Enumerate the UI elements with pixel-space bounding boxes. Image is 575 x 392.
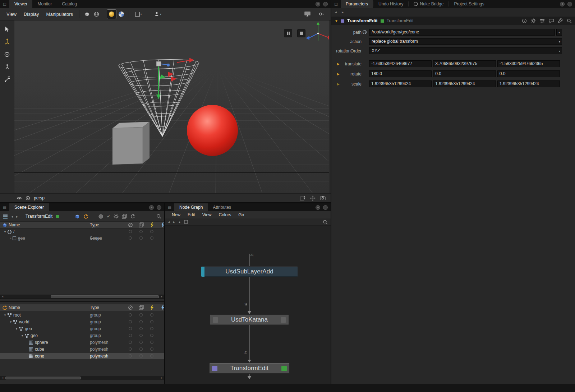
edit-flag-icon[interactable] [201,267,204,277]
node-usdtokatana[interactable]: UsdToKatana [210,314,289,325]
back-icon[interactable]: ◂ [168,220,170,224]
expander-icon[interactable]: ▾ [20,334,24,337]
translate-tool-button[interactable] [1,36,13,47]
translate-y-input[interactable]: 3.7068650932397675 [433,60,496,67]
tab-viewer[interactable]: Viewer [9,0,32,8]
wrench-icon[interactable] [558,18,563,23]
scrollbar-thumb[interactable] [51,295,159,298]
proxy-column-icon[interactable] [160,305,164,310]
tree-row-geo-2[interactable]: ▾ geo group [0,332,164,339]
tree-row-world[interactable]: ▾ world group [0,319,164,325]
sliders-icon[interactable] [540,18,545,23]
column-type[interactable]: Type [90,305,99,310]
tab-node-graph[interactable]: Node Graph [174,203,208,211]
menu-colors[interactable]: Colors [216,212,235,217]
menu-display[interactable]: Display [20,11,43,17]
comment-icon[interactable] [549,19,554,23]
rotate-tool-button[interactable] [1,49,13,60]
collapse-icon[interactable]: ▼ [335,19,338,23]
visibility-column-icon[interactable] [128,305,133,310]
instances-column-icon[interactable] [139,305,144,310]
live-update-icon[interactable] [83,214,88,219]
instances-column-icon[interactable] [139,222,144,227]
up-icon[interactable]: ▴ [179,220,180,224]
pane-menu-icon[interactable]: ▤ [331,0,341,8]
viewport-3d[interactable] [14,20,329,193]
pane-close-button[interactable] [323,205,328,210]
tree-row-sphere[interactable]: sphere polymesh [0,339,164,346]
rotation-order-dropdown[interactable]: XYZ ▾ [369,47,562,54]
horizontal-scrollbar[interactable]: ◂ ▸ [0,376,164,380]
scale-x-input[interactable]: 1.923965351299424 [369,80,432,87]
translate-z-input[interactable]: -1.5833025947662365 [497,60,560,67]
pane-close-button[interactable] [567,2,572,6]
search-icon[interactable] [567,18,572,23]
column-name[interactable]: Name [9,305,20,310]
scroll-right-icon[interactable]: ▸ [160,376,164,380]
scrollbar-thumb[interactable] [5,377,81,379]
scale-tool-button[interactable] [1,74,13,85]
tab-catalog[interactable]: Catalog [57,0,82,8]
refresh-icon[interactable] [130,214,135,219]
blue-cube-icon[interactable] [2,222,7,228]
tree-row-root[interactable]: ▾ root group [0,312,164,318]
layers-icon[interactable] [3,214,8,219]
gear-icon[interactable] [531,18,536,23]
expander-icon[interactable]: ▾ [3,230,7,234]
gear-icon[interactable] [114,214,119,219]
scroll-left-icon[interactable]: ◂ [0,295,5,299]
column-type[interactable]: Type [90,222,99,227]
forward-icon[interactable]: ▸ [342,10,344,14]
sphere-mesh[interactable] [187,105,238,156]
back-icon[interactable]: ◂ [11,215,13,218]
viewed-node-label[interactable]: TransformEdit [26,214,52,219]
tab-monitor[interactable]: Monitor [32,0,57,8]
visibility-column-icon[interactable] [128,222,133,227]
column-name[interactable]: Name [9,222,20,227]
display-output-button[interactable] [303,9,312,19]
flash-render-icon[interactable] [300,196,306,200]
info-icon[interactable] [522,18,527,23]
menu-view[interactable]: View [199,212,215,217]
tree-row-geo[interactable]: ▾ geo group [0,326,164,332]
scale-z-input[interactable]: 1.923965351299424 [497,80,560,87]
material-mode-button[interactable] [116,9,126,19]
menu-new[interactable]: New [169,212,184,217]
tab-nuke-bridge[interactable]: Nuke Bridge [409,0,448,8]
forward-icon[interactable]: ▸ [16,215,18,218]
menu-view[interactable]: View [3,11,20,17]
liveness-column-icon[interactable] [150,305,154,310]
node-graph-canvas[interactable]: in in in UsdSubLayerAdd UsdToKatana Tran… [165,226,331,384]
pane-close-button[interactable] [157,205,161,210]
pane-float-button[interactable] [560,2,565,6]
tab-parameters[interactable]: Parameters [341,0,373,8]
rotate-x-input[interactable]: 180.0 [369,70,432,77]
expander-icon[interactable]: ▾ [3,313,7,317]
tree-row-root-slash[interactable]: ▾ / [0,229,164,235]
pane-float-button[interactable] [316,2,320,6]
pane-float-button[interactable] [149,205,154,210]
camera-name-label[interactable]: persp [34,195,45,200]
eye-icon[interactable] [17,196,22,200]
menu-go[interactable]: Go [235,212,247,217]
tree-row-geo-scope[interactable]: └ geo Scope [0,235,164,241]
shaded-view-button[interactable] [82,9,92,19]
pane-menu-icon[interactable]: ▤ [165,203,174,211]
tab-undo-history[interactable]: Undo History [373,0,408,8]
search-icon[interactable] [323,220,328,225]
action-dropdown[interactable]: replace global transform ▾ [369,38,562,45]
menu-manipulators[interactable]: Manipulators [43,11,77,17]
check-icon[interactable]: ✓ [107,214,110,219]
pan-move-icon[interactable] [310,195,316,201]
frame-icon[interactable] [184,220,188,224]
live-update-icon[interactable] [2,305,7,310]
tab-project-settings[interactable]: Project Settings [449,0,489,8]
rotate-y-input[interactable]: 0.0 [433,70,496,77]
node-transformedit[interactable]: TransformEdit [209,363,290,374]
forward-icon[interactable]: ▸ [173,220,175,224]
expander-icon[interactable]: ▾ [9,320,13,324]
camera-ring-icon[interactable] [26,196,30,200]
pane-menu-icon[interactable]: ▤ [0,203,9,211]
pane-float-button[interactable] [316,205,320,210]
scroll-right-icon[interactable]: ▸ [160,295,164,299]
